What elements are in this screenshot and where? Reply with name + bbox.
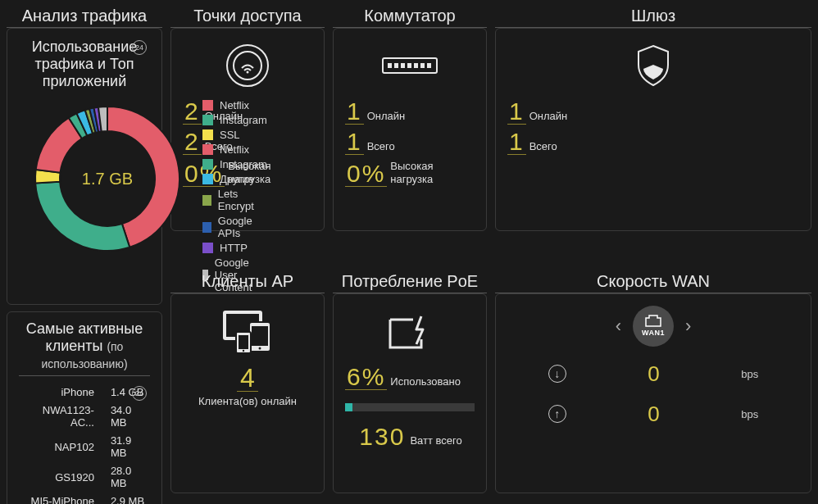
download-icon: ↓ xyxy=(548,365,566,383)
active-clients-card[interactable]: Самые активные клиенты (по использованию… xyxy=(7,311,162,504)
traffic-card[interactable]: Использование трафика и Топ приложений 2… xyxy=(7,28,162,305)
gateway-online-label: Онлайн xyxy=(529,110,568,125)
battery-bolt-icon xyxy=(345,302,475,360)
poe-watt-label: Ватт всего xyxy=(410,434,461,449)
legend-swatch xyxy=(202,129,213,140)
legend-swatch xyxy=(202,144,213,155)
section-header-ap-clients: Клиенты AP xyxy=(170,269,325,293)
svg-rect-7 xyxy=(407,63,411,68)
switch-online-value: 1 xyxy=(345,99,364,125)
switch-load-value: 0% xyxy=(345,161,387,187)
legend-label: Lets Encrypt xyxy=(218,188,267,212)
client-name: NWA1123-AC... xyxy=(19,404,94,429)
devices-icon xyxy=(183,302,312,360)
legend-item[interactable]: Google APIs xyxy=(202,215,267,239)
switch-total-value: 1 xyxy=(345,129,364,155)
svg-rect-9 xyxy=(420,63,425,68)
legend-swatch xyxy=(202,243,213,253)
client-value: 34.0 MB xyxy=(111,404,150,429)
client-name: MI5-MiPhone xyxy=(19,495,94,504)
legend-swatch xyxy=(202,159,213,170)
wan-down-unit: bps xyxy=(741,368,758,380)
client-name: GS1920 xyxy=(19,471,94,484)
legend-item[interactable]: Netflix xyxy=(202,143,267,156)
svg-rect-17 xyxy=(239,335,248,349)
legend-item[interactable]: Другие xyxy=(202,173,267,185)
legend-item[interactable]: Instagram xyxy=(202,158,267,170)
client-value: 28.0 MB xyxy=(111,465,150,489)
wan-interface-badge[interactable]: WAN1 xyxy=(633,306,674,347)
poe-used-label: Использовано xyxy=(390,375,461,390)
chart-legend: NetflixInstagramSSLNetflixInstagramДруги… xyxy=(202,97,267,296)
client-name: NAP102 xyxy=(19,441,94,453)
poe-card[interactable]: 6% Использовано 130 Ватт всего xyxy=(333,293,487,493)
client-value: 31.9 MB xyxy=(111,434,150,459)
gateway-card[interactable]: 1 Онлайн 1 Всего xyxy=(495,28,811,231)
legend-swatch xyxy=(202,174,213,184)
svg-point-2 xyxy=(247,71,249,74)
legend-swatch xyxy=(202,195,211,206)
donut-chart: 1.7 GB xyxy=(25,97,189,261)
time-badge-icon[interactable]: 24 xyxy=(132,40,147,55)
client-value: 2.9 MB xyxy=(111,495,150,504)
svg-rect-5 xyxy=(394,63,398,68)
legend-item[interactable]: Netflix xyxy=(202,99,267,111)
section-header-switch: Коммутатор xyxy=(333,3,487,28)
svg-point-18 xyxy=(243,349,244,351)
legend-label: Другие xyxy=(220,173,254,185)
section-header-traffic: Анализ трафика xyxy=(7,3,162,28)
svg-rect-6 xyxy=(401,63,405,68)
chevron-left-icon[interactable]: ‹ xyxy=(616,316,621,337)
section-header-wan: Скорость WAN xyxy=(495,269,811,293)
svg-rect-4 xyxy=(388,63,392,68)
wifi-icon xyxy=(183,37,312,94)
poe-watt-value: 130 xyxy=(357,425,407,449)
shield-icon xyxy=(507,37,799,94)
wan-up-value: 0 xyxy=(648,402,659,427)
wan-up-unit: bps xyxy=(741,408,758,420)
legend-item[interactable]: SSL xyxy=(202,129,267,141)
legend-item[interactable]: Lets Encrypt xyxy=(202,188,267,212)
legend-item[interactable]: Instagram xyxy=(202,114,267,126)
legend-swatch xyxy=(202,115,213,125)
section-header-poe: Потребление PoE xyxy=(333,269,487,293)
poe-bar xyxy=(345,403,475,411)
legend-swatch xyxy=(202,222,211,233)
client-row[interactable]: iPhone1.4 GB xyxy=(19,386,150,398)
client-row[interactable]: MI5-MiPhone2.9 MB xyxy=(19,495,150,504)
poe-used-value: 6% xyxy=(345,365,387,390)
svg-point-15 xyxy=(259,347,261,349)
legend-label: Netflix xyxy=(220,99,249,111)
upload-icon: ↑ xyxy=(548,405,566,423)
time-badge-icon[interactable]: 24 xyxy=(132,386,147,401)
client-name: iPhone xyxy=(19,386,94,398)
switch-icon xyxy=(345,37,475,94)
chevron-right-icon[interactable]: › xyxy=(685,316,691,337)
clients-count: 4 xyxy=(237,365,258,392)
switch-total-label: Всего xyxy=(367,140,395,155)
client-row[interactable]: NAP10231.9 MB xyxy=(19,434,150,459)
section-header-ap: Точки доступа xyxy=(170,3,325,28)
wan-card[interactable]: ‹ WAN1 › ↓ 0 bps ↑ 0 bps xyxy=(495,293,811,493)
client-row[interactable]: NWA1123-AC...34.0 MB xyxy=(19,404,150,429)
active-clients-title: Самые активные клиенты xyxy=(26,320,143,354)
svg-rect-8 xyxy=(414,63,418,68)
client-row[interactable]: GS192028.0 MB xyxy=(19,465,150,489)
switch-online-label: Онлайн xyxy=(367,110,406,125)
section-header-gateway: Шлюз xyxy=(495,3,811,28)
legend-swatch xyxy=(202,100,213,111)
svg-rect-14 xyxy=(252,326,268,346)
gateway-total-value: 1 xyxy=(507,129,526,155)
switch-card[interactable]: 1 Онлайн 1 Всего 0% Высокая нагрузка xyxy=(333,28,487,231)
chart-title-text: Использование трафика и Топ приложений xyxy=(32,39,138,89)
svg-rect-10 xyxy=(427,63,431,68)
legend-label: SSL xyxy=(220,129,240,141)
gateway-online-value: 1 xyxy=(507,99,526,125)
legend-item[interactable]: HTTP xyxy=(202,242,267,254)
switch-load-label: Высокая нагрузка xyxy=(390,160,472,187)
clients-label: Клиента(ов) онлайн xyxy=(183,395,312,407)
legend-label: Netflix xyxy=(220,143,249,156)
ap-clients-card[interactable]: 4 Клиента(ов) онлайн xyxy=(170,293,325,493)
wan-down-value: 0 xyxy=(648,361,659,387)
legend-label: Instagram xyxy=(220,114,267,126)
